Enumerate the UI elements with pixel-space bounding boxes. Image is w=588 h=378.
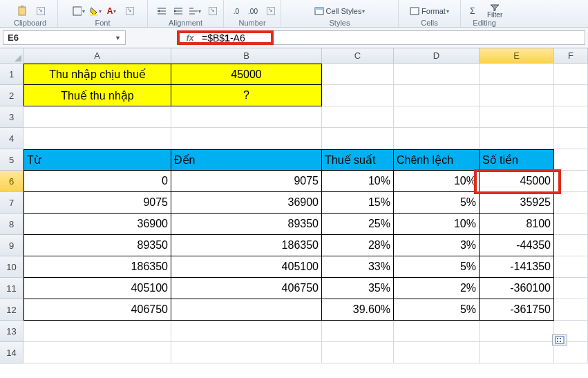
cell[interactable]: Đến — [171, 149, 322, 171]
cell[interactable]: 15% — [322, 192, 394, 214]
cell[interactable]: 186350 — [171, 235, 322, 256]
paste-icon[interactable] — [16, 5, 30, 17]
cell[interactable] — [554, 192, 588, 214]
cell[interactable]: 10% — [322, 171, 394, 192]
row-header[interactable]: 7 — [0, 192, 23, 214]
cell[interactable] — [554, 85, 588, 106]
col-header-E[interactable]: E — [480, 48, 554, 64]
cell[interactable] — [171, 342, 322, 363]
cell[interactable] — [554, 299, 588, 321]
filter-button[interactable]: Σ — [466, 5, 484, 17]
clipboard-dialog-launcher[interactable] — [37, 7, 45, 15]
cell[interactable] — [171, 299, 322, 321]
cell[interactable]: 10% — [394, 171, 480, 192]
cell[interactable] — [394, 85, 480, 106]
cell[interactable] — [394, 342, 480, 363]
row-header[interactable]: 13 — [0, 321, 23, 342]
cell[interactable]: 2% — [394, 278, 480, 299]
cell[interactable] — [171, 106, 322, 128]
fx-icon[interactable]: fx — [184, 33, 196, 43]
cell[interactable]: 5% — [394, 256, 480, 278]
row-header[interactable]: 14 — [0, 342, 23, 363]
formula-input[interactable]: =$B$1-A6 — [198, 30, 274, 45]
col-header-F[interactable]: F — [554, 48, 588, 64]
cell[interactable]: -44350 — [480, 235, 554, 256]
select-all-triangle[interactable] — [0, 48, 23, 64]
increase-decimal-icon[interactable]: .00 — [246, 5, 260, 17]
cell[interactable] — [480, 321, 554, 342]
font-color-icon[interactable]: A▾ — [105, 5, 119, 17]
cell[interactable]: 5% — [394, 192, 480, 214]
cell[interactable] — [394, 321, 480, 342]
cell[interactable]: 405100 — [171, 256, 322, 278]
row-header[interactable]: 12 — [0, 299, 23, 321]
cell[interactable]: Chênh lệch — [394, 149, 480, 171]
cell[interactable] — [554, 171, 588, 192]
row-header[interactable]: 5 — [0, 149, 23, 171]
row-header[interactable]: 2 — [0, 85, 23, 106]
cell[interactable]: 406750 — [23, 299, 171, 321]
cell[interactable]: ? — [171, 85, 322, 106]
indent-increase-icon[interactable] — [171, 5, 185, 17]
border-icon[interactable]: ▾ — [72, 5, 86, 17]
row-header[interactable]: 10 — [0, 256, 23, 278]
cell[interactable]: 89350 — [23, 235, 171, 256]
row-header[interactable]: 6 — [0, 171, 23, 192]
row-header[interactable]: 9 — [0, 235, 23, 256]
cell[interactable]: -360100 — [480, 278, 554, 299]
col-header-C[interactable]: C — [322, 48, 394, 64]
col-header-B[interactable]: B — [171, 48, 322, 64]
cell[interactable]: 45000 — [480, 171, 554, 192]
cell[interactable] — [322, 106, 394, 128]
cell[interactable] — [554, 128, 588, 149]
cell[interactable] — [171, 321, 322, 342]
cell[interactable]: Thuế suất — [322, 149, 394, 171]
cell[interactable] — [23, 128, 171, 149]
cell[interactable] — [554, 278, 588, 299]
cell[interactable]: 33% — [322, 256, 394, 278]
cell[interactable]: 405100 — [23, 278, 171, 299]
cell[interactable] — [480, 342, 554, 363]
number-dialog-launcher[interactable] — [267, 7, 275, 15]
row-header[interactable]: 3 — [0, 106, 23, 128]
cell[interactable]: 406750 — [171, 278, 322, 299]
cell[interactable]: 9075 — [23, 192, 171, 214]
cell[interactable]: 5% — [394, 299, 480, 321]
cell[interactable]: 45000 — [171, 64, 322, 85]
indent-decrease-icon[interactable] — [155, 5, 169, 17]
row-header[interactable]: 8 — [0, 214, 23, 235]
cell[interactable]: 36900 — [23, 214, 171, 235]
cell[interactable] — [554, 214, 588, 235]
cell[interactable] — [322, 321, 394, 342]
format-button[interactable]: Format▾ — [406, 5, 453, 17]
cell[interactable] — [554, 149, 588, 171]
cell[interactable] — [480, 128, 554, 149]
cell[interactable] — [23, 342, 171, 363]
cell[interactable] — [23, 106, 171, 128]
filter-icon[interactable] — [489, 4, 500, 11]
cell[interactable]: Thuế thu nhập — [23, 85, 171, 106]
cell-styles-button[interactable]: Cell Styles▾ — [311, 5, 369, 17]
cell[interactable] — [480, 64, 554, 85]
cell[interactable]: 35925 — [480, 192, 554, 214]
name-box[interactable]: E6 ▼ — [3, 30, 126, 45]
cell[interactable] — [394, 128, 480, 149]
font-dialog-launcher[interactable] — [126, 7, 134, 15]
cell[interactable] — [322, 64, 394, 85]
cell[interactable]: 9075 — [171, 171, 322, 192]
fill-color-icon[interactable]: ▾ — [88, 5, 102, 17]
cell[interactable]: 35% — [322, 278, 394, 299]
alignment-dialog-launcher[interactable] — [209, 7, 217, 15]
col-header-A[interactable]: A — [23, 48, 171, 64]
cell[interactable] — [322, 342, 394, 363]
cell[interactable] — [23, 321, 171, 342]
row-header[interactable]: 1 — [0, 64, 23, 85]
cell[interactable] — [480, 85, 554, 106]
cell[interactable]: 8100 — [480, 214, 554, 235]
cell[interactable] — [554, 256, 588, 278]
cell[interactable] — [480, 106, 554, 128]
cell[interactable]: 36900 — [171, 192, 322, 214]
cell[interactable]: Số tiền — [480, 149, 554, 171]
cell[interactable]: 0 — [23, 171, 171, 192]
cell[interactable]: 3% — [394, 235, 480, 256]
